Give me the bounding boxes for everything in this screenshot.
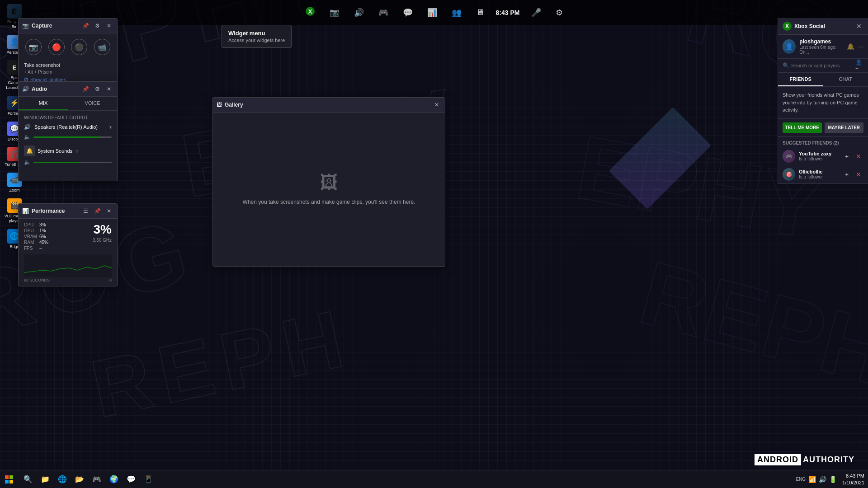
xbox-stats-icon[interactable]: 📊 [425,5,440,20]
perf-config-button[interactable]: ☰ [81,206,90,216]
xbox-search-row[interactable]: 🔍 👤+ ⋮ [778,59,868,73]
perf-cpu-value: 3% [39,222,46,227]
audio-pin-button[interactable]: 📌 [81,84,90,94]
taskbar: 🔍 📁 🌐 📂 🎮 🌍 💬 📱 ENG 📶 🔊 🔋 8:43 PM 1/10/2… [0,470,868,488]
tell-me-more-button[interactable]: TELL ME MORE [783,122,822,133]
audio-settings-button[interactable]: ⚙ [93,84,102,94]
audio-volume-icon: 🔈 [24,134,31,140]
capture-pin-button[interactable]: 📌 [81,21,90,30]
record-button[interactable]: 🔴 [48,39,65,55]
xbox-filter-icon[interactable]: ⋮ [865,61,868,70]
system-vol-icon: 🔈 [24,159,31,165]
zaxy-add-button[interactable]: + [842,151,852,161]
taskbar-network-icon[interactable]: 📶 [808,476,816,483]
perf-pin-button[interactable]: 📌 [93,206,102,216]
xbox-friends-icon[interactable]: 👥 [449,5,464,20]
xbox-tab-friends[interactable]: FRIENDS [778,73,823,86]
svg-rect-4 [5,480,9,483]
xbox-home-icon[interactable]: X [302,4,318,21]
xbox-user-avatar: 👤 [783,39,796,54]
capture-icons-row: 📷 🔴 ⚫ 📹 [19,33,117,61]
start-button[interactable] [0,470,18,488]
xbox-user-info: ploshgames Last seen 6m ago: On... [799,38,843,55]
olliebollie-status: Is a follower [799,174,838,179]
xbox-more-icon[interactable]: ··· [858,43,863,50]
taskbar-explorer-icon[interactable]: 📂 [71,471,88,488]
audio-device-name: Speakers (Realtek(R) Audio) [34,124,106,130]
audio-panel: 🔊 Audio 📌 ⚙ ✕ MIX VOICE WINDOWS DEFAULT … [18,81,118,181]
broadcast-button[interactable]: ⚫ [71,39,87,55]
perf-labels-col: CPU 3% GPU 1% VRAM 6% RAM 45% FPS -- [24,222,48,251]
zaxy-status: Is a follower [799,156,838,161]
xbox-audio-icon[interactable]: 🔊 [351,5,367,20]
perf-vram-row: VRAM 6% [24,234,48,239]
system-sounds-slider[interactable] [33,162,112,163]
suggested-friends-label: SUGGESTED FRIENDS (2) [778,137,868,147]
taskbar-volume-icon[interactable]: 🔊 [819,476,826,483]
take-screenshot-label: Take screenshot [19,61,117,69]
taskbar-steam-icon[interactable]: 🎮 [89,471,105,488]
zaxy-info: YouTube zaxy Is a follower [799,151,838,161]
watermark-android: ANDROID [755,454,801,465]
olliebollie-info: Olliebollie Is a follower [799,169,838,179]
xbox-capture-icon[interactable]: 📷 [327,5,342,20]
taskbar-browser-icon[interactable]: 🌍 [106,471,122,488]
camera-button[interactable]: 📹 [94,39,110,55]
perf-cpu-row: CPU 3% [24,222,48,227]
bg-text-7: REPH [630,240,868,406]
audio-close-button[interactable]: ✕ [104,84,113,94]
audio-device-row[interactable]: 🔊 Speakers (Realtek(R) Audio) ▾ [19,122,117,132]
capture-icon: 📷 [22,23,29,29]
taskbar-files-icon[interactable]: 📁 [37,471,53,488]
perf-stats: CPU 3% GPU 1% VRAM 6% RAM 45% FPS -- [24,222,112,251]
xbox-screen-icon[interactable]: 🖥 [473,5,487,20]
perf-chart-time-label: 60 SECONDS [24,278,50,282]
svg-rect-5 [9,480,13,483]
xbox-search-icon: 🔍 [783,62,789,69]
maybe-later-button[interactable]: MAYBE LATER [825,122,864,133]
capture-close-button[interactable]: ✕ [104,21,113,30]
xbox-notification-icon[interactable]: 🔔 [847,43,854,50]
xbox-mic-icon[interactable]: 🎤 [528,5,544,20]
xbox-settings-icon[interactable]: ⚙ [553,5,566,20]
taskbar-search-icon[interactable]: 🔍 [20,471,36,488]
taskbar-discord-icon[interactable]: 💬 [123,471,139,488]
taskbar-battery-icon: 🔋 [829,476,837,483]
taskbar-apps-icon[interactable]: 📱 [140,471,156,488]
xbox-tab-chat[interactable]: CHAT [823,73,868,86]
perf-ram-row: RAM 45% [24,240,48,245]
taskbar-date: 1/10/2021 [842,479,864,486]
xbox-search-input[interactable] [791,63,854,68]
perf-big-col: 3% 3.30 GHz [93,222,112,251]
xbox-add-friend-icon[interactable]: 👤+ [855,61,863,70]
capture-panel-header: 📷 Capture 📌 ⚙ ✕ [19,19,117,33]
xbox-social-close-button[interactable]: ✕ [854,22,863,31]
capture-settings-button[interactable]: ⚙ [93,21,102,30]
gallery-close-button[interactable]: ✕ [432,100,441,109]
audio-tab-mix[interactable]: MIX [19,97,68,110]
gallery-panel-header: 🖼 Gallery ✕ [213,98,445,113]
performance-body: CPU 3% GPU 1% VRAM 6% RAM 45% FPS -- [19,219,117,286]
audio-volume-slider[interactable] [33,136,112,138]
friend-row-zaxy: 🎮 YouTube zaxy Is a follower + ✕ [778,147,868,165]
xbox-chat-icon[interactable]: 💬 [400,5,415,20]
taskbar-edge-icon[interactable]: 🌐 [54,471,71,488]
system-sounds-slider-row: 🔈 [19,157,117,167]
zaxy-remove-button[interactable]: ✕ [854,151,863,161]
audio-tab-voice[interactable]: VOICE [68,97,117,110]
svg-text:X: X [308,8,312,15]
xbox-promo-buttons: TELL ME MORE MAYBE LATER [778,119,868,137]
olliebollie-remove-button[interactable]: ✕ [854,169,863,179]
perf-close-button[interactable]: ✕ [104,206,113,216]
gallery-panel-title: Gallery [225,102,429,108]
take-screenshot-button[interactable]: 📷 [25,39,42,55]
perf-fps-row: FPS -- [24,246,48,251]
widget-tooltip-title: Widget menu [228,30,285,37]
audio-tabs: MIX VOICE [19,97,117,111]
taskbar-lang-icon: ENG [796,477,806,482]
zoom-label: Zoom [9,188,19,193]
taskbar-clock: 8:43 PM 1/10/2021 [842,473,864,486]
olliebollie-name: Olliebollie [799,169,838,174]
olliebollie-add-button[interactable]: + [842,169,852,179]
xbox-achieve-icon[interactable]: 🎮 [376,5,391,20]
